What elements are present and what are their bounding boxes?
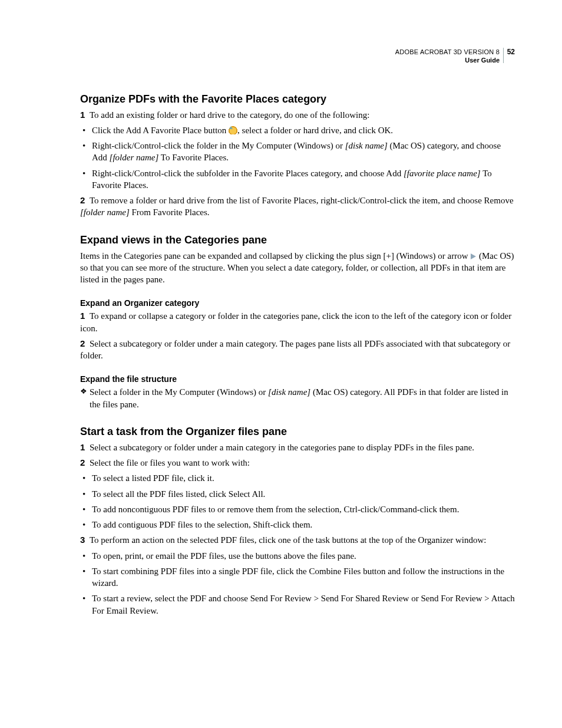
step-number: 2 [80,457,90,469]
step-item: 2To remove a folder or hard drive from t… [80,195,515,219]
section-title: Organize PDFs with the Favorite Places c… [80,93,515,106]
step-text: To expand or collapse a category or fold… [80,311,511,332]
bullet-item: To start combining PDF files into a sing… [80,565,515,589]
bullet-item: Right-click/Control-click the subfolder … [80,167,515,192]
step-text: To add an existing folder or hard drive … [90,110,369,120]
page-number: 52 [503,48,515,63]
bullet-item: To open, print, or email the PDF files, … [80,550,515,562]
running-header: ADOBE ACROBAT 3D VERSION 8 User Guide 52 [80,48,515,65]
subsection-title: Expand the file structure [80,374,515,384]
header-subtitle: User Guide [80,57,500,65]
step-number: 1 [80,109,90,121]
param-text: [disk name] [268,387,310,397]
bullet-item: To add contiguous PDF files to the selec… [80,519,515,531]
bullet-text: To add contiguous PDF files to the selec… [92,520,312,529]
step-text: Select a subcategory or folder under a m… [90,443,474,452]
bullet-text: To start a review, select the PDF and ch… [92,594,515,615]
step-number: 2 [80,338,90,350]
param-text: [disk name] [345,141,388,150]
step-item: 2Select a subcategory or folder under a … [80,338,515,362]
bullet-item: To select all the PDF files listed, clic… [80,488,515,500]
step-text: Select the file or files you want to wor… [90,458,250,467]
page: ADOBE ACROBAT 3D VERSION 8 User Guide 52… [0,0,562,667]
body-text: Select a folder in the My Computer (Wind… [90,387,268,397]
step-number: 3 [80,534,90,546]
step-number: 1 [80,310,90,322]
diamond-item: Select a folder in the My Computer (Wind… [80,386,515,410]
bullet-item: To select a listed PDF file, click it. [80,472,515,484]
subsection-title: Expand an Organizer category [80,298,515,308]
param-text: [folder name] [80,207,130,217]
bullet-text: Click the Add A Favorite Place button [92,126,229,135]
body-text: Items in the Categories pane can be expa… [80,251,470,261]
bullet-text: To Favorite Places. [158,153,229,162]
favorite-place-icon [229,126,237,134]
bullet-item: Right-click/Control-click the folder in … [80,140,515,164]
step-item: 2Select the file or files you want to wo… [80,457,515,469]
param-text: [favorite place name] [404,169,481,178]
section-title: Start a task from the Organizer files pa… [80,426,515,438]
bullet-text: To start combining PDF files into a sing… [92,566,504,588]
expand-arrow-icon [471,253,476,259]
bullet-item: To start a review, select the PDF and ch… [80,592,515,617]
step-text: To perform an action on the selected PDF… [90,535,487,545]
section-title: Expand views in the Categories pane [80,234,515,246]
step-number: 1 [80,442,90,453]
header-product: ADOBE ACROBAT 3D VERSION 8 [80,48,500,57]
bullet-text: Right-click/Control-click the folder in … [92,141,345,150]
bullet-item: To add noncontiguous PDF files to or rem… [80,503,515,515]
bullet-item: Click the Add A Favorite Place button , … [80,124,515,136]
step-item: 1Select a subcategory or folder under a … [80,442,515,453]
bullet-text: To add noncontiguous PDF files to or rem… [92,505,459,514]
step-text: From Favorite Places. [130,207,210,217]
step-item: 1To add an existing folder or hard drive… [80,109,515,121]
bullet-text: To select a listed PDF file, click it. [92,473,214,483]
bullet-text: To select all the PDF files listed, clic… [92,489,265,499]
step-item: 1To expand or collapse a category or fol… [80,310,515,334]
bullet-text: To open, print, or email the PDF files, … [92,551,356,561]
step-item: 3To perform an action on the selected PD… [80,534,515,546]
bullet-text: , select a folder or hard drive, and cli… [237,126,393,135]
step-text: Select a subcategory or folder under a m… [80,339,510,360]
step-number: 2 [80,195,90,206]
body-text: Items in the Categories pane can be expa… [80,250,515,286]
bullet-text: Right-click/Control-click the subfolder … [92,169,404,178]
step-text: To remove a folder or hard drive from th… [90,196,514,205]
param-text: [folder name] [110,153,159,162]
